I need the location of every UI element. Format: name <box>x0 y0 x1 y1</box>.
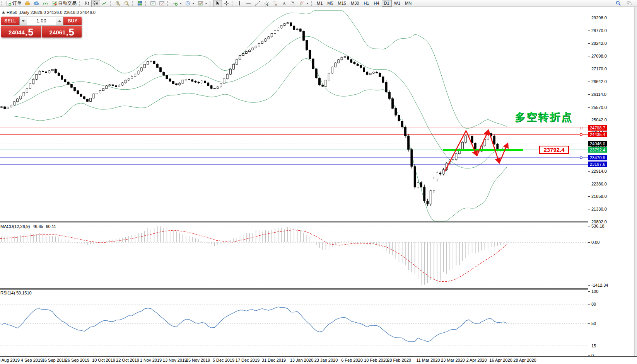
tf-m1-button[interactable]: M1 <box>314 0 325 7</box>
macd-tick-label: -1412.34 <box>591 283 608 287</box>
toolbar-group-handle-insert-tools[interactable] <box>167 1 169 6</box>
main-price-chart[interactable] <box>0 7 588 222</box>
macd-pane[interactable] <box>0 223 588 288</box>
rsi-line <box>2 307 507 342</box>
candle-bearish <box>366 72 368 75</box>
date-label: 13 Jan 2020 <box>290 358 314 362</box>
gold-icon <box>25 0 31 6</box>
price-tick-label: 28770.0 <box>591 28 607 33</box>
buy-button[interactable]: BUY <box>63 17 82 25</box>
vertical-line-button[interactable] <box>235 0 244 7</box>
navigator-button[interactable] <box>157 0 166 7</box>
horizontal-line-button[interactable] <box>244 0 253 7</box>
date-label: 16 Sep 2019 <box>42 358 66 362</box>
candle-bullish <box>461 142 463 149</box>
toolbar-group-handle-trade-tools[interactable] <box>1 1 3 6</box>
price-tick-label: 21858.0 <box>591 194 607 199</box>
text-button[interactable]: A <box>280 0 289 7</box>
news-icon-button[interactable] <box>41 0 50 7</box>
trendline-button[interactable] <box>253 0 262 7</box>
tf-mn-button-label: MN <box>405 1 412 5</box>
community-icon-button[interactable] <box>32 0 41 7</box>
candle-bearish <box>172 82 174 84</box>
zoom-out-button[interactable] <box>122 0 131 7</box>
tile-windows-button[interactable] <box>135 0 144 7</box>
tf-m5-button[interactable]: M5 <box>325 0 335 7</box>
candle-bearish <box>398 115 400 121</box>
fibonacci-button[interactable]: F <box>271 0 280 7</box>
zoomin-icon <box>115 0 121 6</box>
tf-m15-button[interactable]: M15 <box>336 0 348 7</box>
candle-bearish <box>153 61 155 64</box>
dropdown-caret-icon[interactable] <box>179 3 182 4</box>
channel-icon: E <box>263 0 269 6</box>
line-selection-handle[interactable] <box>580 127 582 129</box>
volume-stepper[interactable]: 1.00 <box>19 17 63 25</box>
new-order-button[interactable]: 订单 <box>4 0 23 7</box>
volume-decrease-button[interactable] <box>20 17 27 25</box>
candle-bullish <box>182 80 184 83</box>
candle-bullish <box>32 79 34 84</box>
candle-bullish <box>239 55 241 60</box>
tf-h1-button[interactable]: H1 <box>361 0 371 7</box>
bar-chart-button[interactable] <box>82 0 91 7</box>
toolbar-group-handle-timeframes[interactable] <box>311 1 313 6</box>
tf-h4-button[interactable]: H4 <box>371 0 381 7</box>
zigzag-arrow-segment[interactable] <box>499 143 508 163</box>
indadd-icon <box>172 0 178 6</box>
text-label-button[interactable]: T <box>289 0 297 7</box>
sell-price-display[interactable]: 24044 .5 <box>1 26 41 37</box>
chat-button[interactable] <box>625 0 634 7</box>
toolbar-group-handle-zoom-tools[interactable] <box>110 1 112 6</box>
templates-button[interactable] <box>196 0 209 7</box>
candle-bullish <box>268 37 270 39</box>
volume-value[interactable]: 1.00 <box>27 17 56 25</box>
toolbar-group-handle-profile-tools[interactable] <box>145 1 147 6</box>
tf-w1-button[interactable]: W1 <box>392 0 403 7</box>
arrows-icon <box>299 0 305 6</box>
data-window-button[interactable] <box>149 0 157 7</box>
tf-d1-button[interactable]: D1 <box>382 0 392 7</box>
candle-bearish <box>363 68 365 72</box>
candlestick-chart-button[interactable] <box>91 0 100 7</box>
tf-m30-button[interactable]: M30 <box>348 0 361 7</box>
volume-increase-button[interactable] <box>56 17 63 25</box>
dropdown-caret-icon[interactable] <box>192 3 195 4</box>
toolbar-group-handle-chart-types[interactable] <box>79 1 81 6</box>
line-chart-button[interactable] <box>100 0 109 7</box>
triangle-down-icon <box>22 20 25 22</box>
channel-button[interactable]: E <box>262 0 271 7</box>
zoom-in-button[interactable] <box>113 0 122 7</box>
periods-button[interactable] <box>183 0 196 7</box>
symbol-collapse-icon[interactable] <box>2 11 5 14</box>
zigzag-arrow-segment[interactable] <box>445 131 466 172</box>
search-button[interactable] <box>614 0 623 7</box>
cursor-button[interactable] <box>213 0 222 7</box>
deposit-icon-button[interactable] <box>23 0 32 7</box>
toolbar-group-handle-window-tools[interactable] <box>132 1 134 6</box>
buy-price-display[interactable]: 24061 .5 <box>42 26 82 37</box>
tf-m5-button-label: M5 <box>327 1 333 5</box>
candle-bullish <box>296 29 298 30</box>
candle-bearish <box>474 143 476 150</box>
date-label: 28 Apr 2020 <box>513 358 536 362</box>
tf-mn-button[interactable]: MN <box>403 0 414 7</box>
zigzag-arrow-segment[interactable] <box>477 130 488 156</box>
sell-button[interactable]: SELL <box>1 17 19 25</box>
line-selection-handle[interactable] <box>580 157 582 159</box>
dropdown-caret-icon[interactable] <box>205 3 207 4</box>
candle-bullish <box>109 85 111 86</box>
candle-bearish <box>207 83 209 86</box>
dropdown-caret-icon[interactable] <box>306 3 309 4</box>
rsi-pane[interactable] <box>0 289 588 356</box>
crosshair-button[interactable] <box>222 0 231 7</box>
tf-w1-button-label: W1 <box>394 1 401 5</box>
autotrading-button[interactable]: 自动交易 <box>50 0 78 7</box>
toolbar-group-handle-object-tools[interactable] <box>232 1 234 6</box>
indicators-button[interactable] <box>171 0 183 7</box>
toolbar-group-handle-cursor-tools[interactable] <box>210 1 212 6</box>
arrows-button[interactable] <box>297 0 310 7</box>
line-selection-handle[interactable] <box>580 134 582 136</box>
candle-bullish <box>283 24 285 26</box>
sell-price-fraction: .5 <box>25 27 34 37</box>
